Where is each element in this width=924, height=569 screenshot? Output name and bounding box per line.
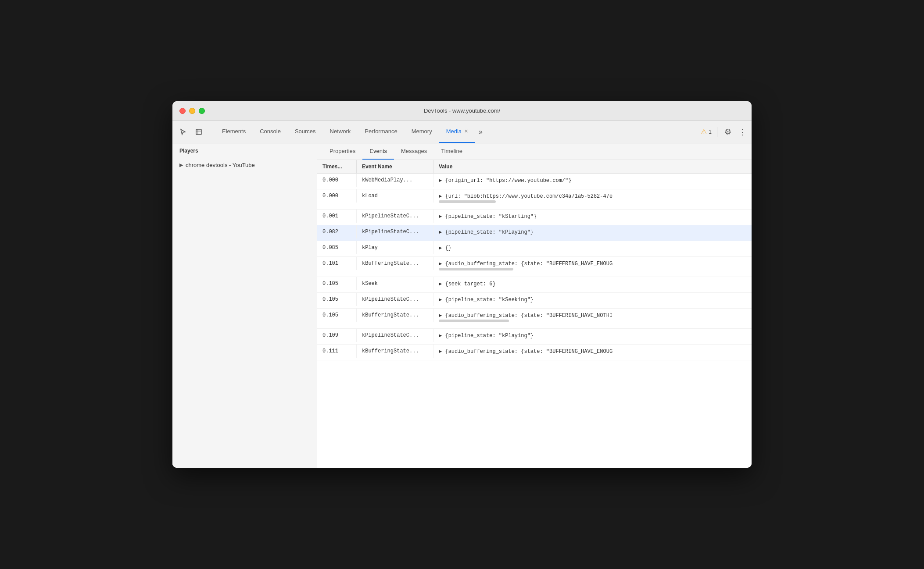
cell-value: ▶ {pipeline_state: "kStarting"} [433, 210, 752, 223]
cell-value: ▶ {} [433, 241, 752, 255]
cell-timestamp: 0.085 [317, 241, 357, 254]
close-button[interactable] [179, 108, 186, 114]
tab-elements[interactable]: Elements [215, 121, 253, 143]
cell-event-name: kPipelineStateC... [357, 329, 433, 342]
cell-timestamp: 0.105 [317, 309, 357, 322]
cell-timestamp: 0.105 [317, 277, 357, 290]
table-row[interactable]: 0.105kBufferingState...▶ {audio_bufferin… [317, 309, 752, 329]
cell-value: ▶ {seek_target: 6} [433, 277, 752, 291]
cell-timestamp: 0.109 [317, 329, 357, 342]
tab-sources[interactable]: Sources [288, 121, 323, 143]
cell-timestamp: 0.001 [317, 210, 357, 223]
cell-value: ▶ {pipeline_state: "kPlaying"} [433, 329, 752, 342]
tab-performance[interactable]: Performance [358, 121, 404, 143]
horizontal-scrollbar[interactable] [439, 267, 746, 273]
table-body: 0.000kWebMediaPlay...▶ {origin_url: "htt… [317, 174, 752, 360]
cell-timestamp: 0.082 [317, 225, 357, 238]
cell-event-name: kPipelineStateC... [357, 225, 433, 238]
sub-tab-events[interactable]: Events [362, 143, 394, 160]
cell-event-name: kPipelineStateC... [357, 293, 433, 306]
toolbar-icons [176, 125, 213, 139]
cell-timestamp: 0.105 [317, 293, 357, 306]
sidebar: Players ▶ chrome devtools - YouTube [172, 143, 317, 468]
title-bar: DevTools - www.youtube.com/ [172, 101, 752, 121]
devtools-toolbar: Elements Console Sources Network Perform… [172, 121, 752, 143]
sub-tab-timeline[interactable]: Timeline [434, 143, 469, 160]
cursor-icon-button[interactable] [176, 125, 190, 139]
cell-timestamp: 0.111 [317, 345, 357, 358]
cell-value: ▶ {audio_buffering_state: {state: "BUFFE… [433, 309, 752, 328]
table-row[interactable]: 0.105kSeek▶ {seek_target: 6} [317, 277, 752, 293]
cell-event-name: kWebMediaPlay... [357, 174, 433, 187]
events-table[interactable]: Times... Event Name Value 0.000kWebMedia… [317, 160, 752, 468]
cell-timestamp: 0.000 [317, 189, 357, 203]
col-header-timestamp: Times... [317, 160, 357, 173]
maximize-button[interactable] [199, 108, 205, 114]
tab-media-close[interactable]: ✕ [464, 128, 468, 134]
cell-timestamp: 0.101 [317, 257, 357, 270]
sidebar-title: Players [172, 143, 317, 158]
cell-value: ▶ {pipeline_state: "kPlaying"} [433, 225, 752, 239]
table-row[interactable]: 0.085kPlay▶ {} [317, 241, 752, 257]
cell-event-name: kBufferingState... [357, 309, 433, 322]
sidebar-item-youtube[interactable]: ▶ chrome devtools - YouTube [172, 158, 317, 172]
toolbar-right: ⚠ 1 ⚙ ⋮ [701, 125, 748, 139]
cell-event-name: kPipelineStateC... [357, 210, 433, 223]
cell-event-name: kPlay [357, 241, 433, 254]
devtools-body: Players ▶ chrome devtools - YouTube Prop… [172, 143, 752, 468]
table-row[interactable]: 0.101kBufferingState...▶ {audio_bufferin… [317, 257, 752, 277]
traffic-lights [179, 108, 205, 114]
cell-event-name: kBufferingState... [357, 257, 433, 270]
window-title: DevTools - www.youtube.com/ [424, 107, 500, 114]
cell-event-name: kBufferingState... [357, 345, 433, 358]
sub-tabs: Properties Events Messages Timeline [317, 143, 752, 160]
col-header-value: Value [433, 160, 752, 173]
tab-memory[interactable]: Memory [405, 121, 439, 143]
minimize-button[interactable] [189, 108, 195, 114]
sidebar-item-label: chrome devtools - YouTube [186, 162, 255, 168]
table-row[interactable]: 0.105kPipelineStateC...▶ {pipeline_state… [317, 293, 752, 309]
table-row[interactable]: 0.001kPipelineStateC...▶ {pipeline_state… [317, 210, 752, 225]
devtools-window: DevTools - www.youtube.com/ Elements Con [172, 101, 752, 468]
cell-value: ▶ {origin_url: "https://www.youtube.com/… [433, 174, 752, 187]
cell-value: ▶ {audio_buffering_state: {state: "BUFFE… [433, 257, 752, 277]
more-icon[interactable]: ⋮ [737, 125, 748, 139]
table-header: Times... Event Name Value [317, 160, 752, 174]
warning-icon: ⚠ [701, 128, 707, 136]
horizontal-scrollbar[interactable] [439, 319, 746, 325]
table-row[interactable]: 0.000kWebMediaPlay...▶ {origin_url: "htt… [317, 174, 752, 189]
inspect-icon-button[interactable] [192, 125, 206, 139]
cell-event-name: kSeek [357, 277, 433, 290]
sub-tab-properties[interactable]: Properties [322, 143, 362, 160]
horizontal-scrollbar[interactable] [439, 199, 746, 206]
cell-value: ▶ {pipeline_state: "kSeeking"} [433, 293, 752, 306]
tab-network[interactable]: Network [323, 121, 358, 143]
table-row[interactable]: 0.000kLoad▶ {url: "blob:https://www.yout… [317, 189, 752, 210]
tab-more-button[interactable]: » [475, 128, 486, 136]
toolbar-divider [717, 127, 717, 137]
sub-tab-messages[interactable]: Messages [394, 143, 434, 160]
warning-badge[interactable]: ⚠ 1 [701, 128, 712, 136]
svg-rect-0 [196, 129, 201, 135]
table-row[interactable]: 0.082kPipelineStateC...▶ {pipeline_state… [317, 225, 752, 241]
warning-count: 1 [709, 129, 712, 135]
main-panel: Properties Events Messages Timeline Time… [317, 143, 752, 468]
cell-event-name: kLoad [357, 189, 433, 203]
table-row[interactable]: 0.109kPipelineStateC...▶ {pipeline_state… [317, 329, 752, 345]
cell-value: ▶ {audio_buffering_state: {state: "BUFFE… [433, 345, 752, 358]
sidebar-arrow-icon: ▶ [179, 162, 183, 168]
settings-icon[interactable]: ⚙ [723, 125, 733, 139]
cell-value: ▶ {url: "blob:https://www.youtube.com/c3… [433, 189, 752, 209]
tabs-nav: Elements Console Sources Network Perform… [215, 121, 701, 143]
tab-console[interactable]: Console [253, 121, 288, 143]
tab-media[interactable]: Media ✕ [439, 121, 475, 143]
cell-timestamp: 0.000 [317, 174, 357, 187]
table-row[interactable]: 0.111kBufferingState...▶ {audio_bufferin… [317, 345, 752, 360]
col-header-event: Event Name [357, 160, 433, 173]
